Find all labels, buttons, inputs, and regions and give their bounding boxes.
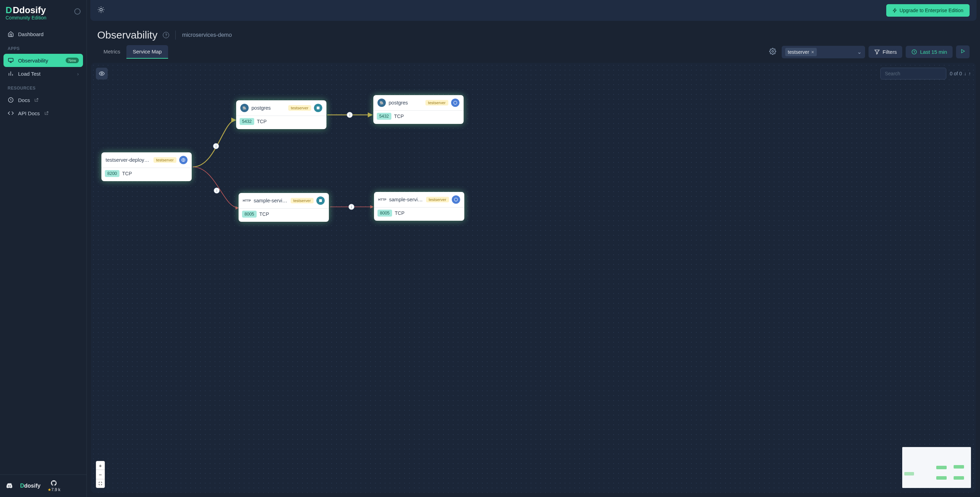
- monitor-icon: [8, 57, 14, 64]
- svg-text:i: i: [216, 144, 216, 148]
- chevron-down-icon: ⌄: [857, 49, 862, 55]
- svg-point-10: [214, 188, 220, 193]
- svg-point-12: [348, 204, 354, 210]
- theme-toggle[interactable]: [97, 6, 105, 15]
- deploy-icon: [451, 98, 460, 107]
- clock-icon: [911, 49, 917, 55]
- tabs: Metrics Service Map: [97, 45, 168, 59]
- node-title: sample-service-curr...: [254, 198, 288, 203]
- arrow-up-icon[interactable]: ↑: [969, 71, 971, 76]
- canvas-search-input[interactable]: [880, 68, 946, 79]
- zoom-fit-button[interactable]: [96, 479, 105, 488]
- svg-rect-15: [317, 106, 320, 110]
- topbar: Upgrade to Enterprise Edition: [90, 0, 977, 21]
- svg-text:i: i: [216, 189, 217, 193]
- service-icon: [317, 197, 325, 205]
- nav-docs[interactable]: Docs: [3, 94, 83, 106]
- namespace-chip: testserver ×: [785, 48, 817, 56]
- controls-bar: Metrics Service Map testserver × ⌄ Filte…: [87, 44, 980, 63]
- github-link[interactable]: ★7.9 k: [48, 480, 60, 492]
- nav-docs-label: Docs: [18, 97, 30, 103]
- node-port: 8005: [242, 211, 257, 218]
- settings-button[interactable]: [767, 46, 778, 58]
- deploy-icon: [452, 195, 460, 204]
- svg-point-16: [453, 101, 457, 104]
- postgres-icon: 🐘: [240, 104, 249, 112]
- svg-point-3: [772, 50, 773, 52]
- http-icon: HTTP: [378, 198, 387, 201]
- arrow-down-icon[interactable]: ↓: [964, 71, 966, 76]
- gear-icon: [769, 48, 776, 55]
- external-link-icon: [34, 98, 38, 102]
- node-title: testserver-deployme...: [105, 157, 151, 163]
- node-protocol: TCP: [259, 211, 269, 217]
- http-icon: HTTP: [243, 199, 251, 202]
- chip-remove-icon[interactable]: ×: [811, 49, 814, 55]
- graph-layer: i i i i testserver-d: [91, 63, 976, 493]
- tab-metrics[interactable]: Metrics: [97, 45, 126, 59]
- canvas-toolbar: 0 of 0 ↓ ↑: [96, 68, 971, 79]
- node-namespace: testserver: [288, 105, 312, 111]
- breadcrumb: microservices-demo: [182, 32, 232, 38]
- nav-observability[interactable]: Observability New: [3, 54, 83, 67]
- logo-area: DDdosify Community Edition: [0, 0, 86, 23]
- node-sample-service-2[interactable]: HTTP sample-service-curr... testserver 8…: [374, 192, 464, 221]
- namespace-select[interactable]: testserver × ⌄: [782, 46, 865, 58]
- nav-api-docs-label: API Docs: [18, 110, 40, 116]
- zoom-controls: + −: [96, 461, 105, 488]
- help-icon[interactable]: ?: [163, 32, 169, 38]
- zoom-in-button[interactable]: +: [96, 461, 105, 470]
- nav-dashboard[interactable]: Dashboard: [3, 27, 83, 41]
- eye-icon: [99, 70, 105, 77]
- sidebar-footer: Ddosify ★7.9 k: [0, 475, 86, 497]
- external-link-icon: [44, 111, 49, 116]
- node-port: 8005: [377, 210, 392, 217]
- node-testserver-deployment[interactable]: testserver-deployme... testserver 8200 T…: [102, 152, 192, 181]
- nav-api-docs[interactable]: API Docs: [3, 106, 83, 120]
- badge-new: New: [66, 58, 79, 63]
- sun-icon: [97, 6, 105, 14]
- visibility-toggle[interactable]: [96, 68, 108, 79]
- page-title: Observability: [97, 29, 158, 41]
- svg-text:i: i: [351, 205, 352, 209]
- tab-service-map[interactable]: Service Map: [126, 45, 168, 59]
- filters-button[interactable]: Filters: [869, 46, 902, 58]
- nav-load-test-label: Load Test: [18, 71, 41, 77]
- zoom-out-button[interactable]: −: [96, 470, 105, 479]
- node-sample-service-1[interactable]: HTTP sample-service-curr... testserver 8…: [239, 193, 329, 222]
- sidebar: DDdosify Community Edition Dashboard APP…: [0, 0, 87, 497]
- node-namespace: testserver: [291, 198, 314, 203]
- upgrade-button[interactable]: Upgrade to Enterprise Edition: [886, 4, 970, 17]
- page-header: Observability ? microservices-demo: [87, 21, 980, 44]
- nav-load-test[interactable]: Load Test ›: [3, 67, 83, 80]
- refresh-button[interactable]: [956, 46, 970, 58]
- discord-icon[interactable]: [6, 482, 13, 490]
- graph-edges: i i i i: [91, 63, 976, 493]
- svg-point-2: [100, 8, 102, 11]
- node-postgres-1[interactable]: 🐘 postgres testserver 5432 TCP: [236, 100, 326, 129]
- brand-name: Ddosify: [13, 5, 46, 16]
- footer-logo[interactable]: Ddosify: [20, 483, 41, 489]
- nav-section-apps: APPS: [3, 41, 83, 54]
- time-range-button[interactable]: Last 15 min: [906, 46, 953, 58]
- nav-section-resources: RESOURCES: [3, 80, 83, 94]
- upgrade-label: Upgrade to Enterprise Edition: [899, 8, 963, 13]
- minimap[interactable]: [902, 447, 971, 488]
- chevron-right-icon: ›: [77, 71, 79, 77]
- node-postgres-2[interactable]: 🐘 postgres testserver 5432 TCP: [373, 95, 464, 124]
- node-title: postgres: [388, 100, 423, 105]
- svg-point-6: [213, 143, 219, 149]
- svg-rect-0: [8, 58, 13, 62]
- service-map-canvas[interactable]: 0 of 0 ↓ ↑ i: [91, 63, 976, 493]
- node-protocol: TCP: [257, 119, 267, 124]
- fullscreen-icon: [98, 481, 102, 486]
- node-protocol: TCP: [395, 210, 404, 216]
- node-protocol: TCP: [122, 171, 132, 176]
- time-range-label: Last 15 min: [920, 49, 947, 55]
- github-icon: [50, 480, 57, 487]
- namespace-chip-label: testserver: [788, 49, 809, 55]
- bar-chart-icon: [8, 70, 14, 77]
- node-namespace: testserver: [153, 157, 177, 163]
- node-port: 5432: [377, 113, 391, 120]
- zap-icon: [892, 8, 897, 13]
